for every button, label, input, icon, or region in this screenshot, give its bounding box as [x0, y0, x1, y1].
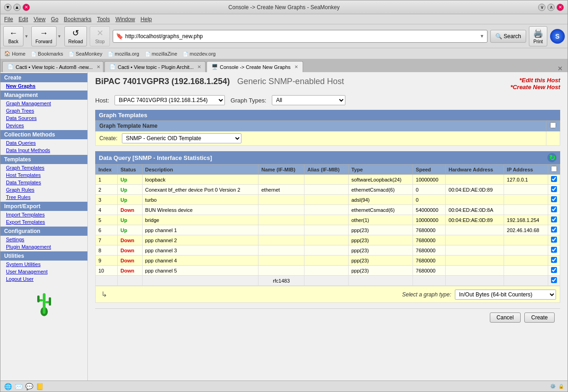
dq-row-checkbox[interactable]: [551, 186, 557, 192]
print-button[interactable]: 🖨️ Print: [529, 26, 547, 46]
menu-window[interactable]: Window: [115, 16, 135, 23]
dq-row: 5 Up bridge other(1) 10000000 00:04:ED:A…: [96, 215, 560, 225]
menu-bookmarks[interactable]: Bookmarks: [64, 16, 92, 23]
edit-host-link[interactable]: *Edit this Host: [511, 77, 560, 84]
sidebar-item-settings[interactable]: Settings: [0, 236, 87, 243]
sidebar-item-graph-templates[interactable]: Graph Templates: [0, 164, 87, 171]
back-button[interactable]: ← Back: [3, 26, 23, 46]
stop-button[interactable]: ✕ Stop: [90, 26, 110, 46]
title-btn-1[interactable]: ∨: [538, 4, 545, 11]
dq-select-all[interactable]: [551, 166, 557, 172]
sidebar-item-host-templates[interactable]: Host Templates: [0, 171, 87, 179]
sidebar-item-graph-rules[interactable]: Graph Rules: [0, 186, 87, 193]
sidebar-section-management: Management: [0, 91, 87, 100]
url-dropdown-button[interactable]: ▼: [480, 34, 484, 39]
menu-go[interactable]: Go: [51, 16, 58, 23]
device-type: Generic SNMP-enabled Host: [237, 77, 344, 86]
dq-cell-type: ethernetCsmacd(6): [348, 205, 413, 215]
sidebar-item-data-sources[interactable]: Data Sources: [0, 114, 87, 122]
sidebar-section-importexport: Import/Export: [0, 202, 87, 211]
sidebar-item-user-management[interactable]: User Management: [0, 268, 87, 275]
dq-row-checkbox[interactable]: [551, 196, 557, 202]
tab-close-2[interactable]: ✕: [294, 64, 298, 69]
sidebar-item-import-templates[interactable]: Import Templates: [0, 211, 87, 218]
sidebar-item-export-templates[interactable]: Export Templates: [0, 218, 87, 226]
bookmark-home[interactable]: Home: [4, 51, 25, 57]
title-btn-2[interactable]: ∧: [547, 4, 555, 11]
dq-cell-status: Up: [117, 195, 142, 205]
sidebar-item-tree-rules[interactable]: Tree Rules: [0, 193, 87, 201]
back-dropdown[interactable]: ▼: [24, 34, 29, 39]
minimize-button[interactable]: ▼: [4, 4, 11, 11]
dq-row-checkbox[interactable]: [551, 227, 557, 233]
menu-help[interactable]: Help: [141, 16, 152, 23]
sidebar-item-data-queries[interactable]: Data Queries: [0, 139, 87, 147]
create-host-link[interactable]: *Create New Host: [511, 84, 560, 91]
dq-cell-index: 7: [96, 235, 118, 245]
graph-types-select[interactable]: All: [272, 95, 345, 105]
sidebar-item-new-graphs[interactable]: New Graphs: [0, 82, 87, 90]
host-select[interactable]: BiPAC 7401VGPR3 (192.168.1.254): [115, 95, 225, 105]
sidebar-item-logout[interactable]: Logout User: [0, 275, 87, 283]
menu-view[interactable]: View: [34, 16, 46, 23]
dq-row-checkbox[interactable]: [551, 216, 557, 222]
gt-col-name: Graph Template Name: [96, 121, 546, 131]
dq-col-status: Status: [117, 165, 142, 175]
sidebar-item-graph-management[interactable]: Graph Management: [0, 100, 87, 107]
dq-row-checkbox[interactable]: [551, 267, 557, 273]
dq-cell-check: [548, 205, 560, 215]
close-all-tabs-button[interactable]: ✕: [555, 65, 566, 72]
dq-row-checkbox[interactable]: [551, 257, 557, 263]
bookmark-mozilla[interactable]: mozilla.org: [108, 51, 139, 57]
reload-button[interactable]: ↺ Reload: [64, 26, 87, 46]
dq-row-checkbox[interactable]: [551, 247, 557, 253]
tab-1[interactable]: 📄 Cacti • View topic - Plugin Archit... …: [104, 61, 206, 72]
sidebar-item-devices[interactable]: Devices: [0, 122, 87, 129]
dq-cell-description: BUN Wireless device: [142, 205, 258, 215]
page-inner: BiPAC 7401VGPR3 (192.168.1.254) Generic …: [88, 72, 568, 331]
page-header: BiPAC 7401VGPR3 (192.168.1.254) Generic …: [95, 77, 560, 91]
sidebar-item-graph-trees[interactable]: Graph Trees: [0, 107, 87, 114]
bookmark-mozdev[interactable]: mozdev.org: [183, 51, 216, 57]
dq-row-checkbox[interactable]: [551, 237, 557, 243]
dq-row-checkbox[interactable]: [551, 176, 557, 182]
sidebar-item-data-templates[interactable]: Data Templates: [0, 179, 87, 186]
forward-dropdown[interactable]: ▼: [57, 34, 62, 39]
dq-cell-index: 10: [96, 266, 118, 276]
refresh-icon[interactable]: ↻: [547, 153, 557, 162]
create-button[interactable]: Create: [524, 312, 555, 323]
restore-button[interactable]: ▲: [13, 4, 21, 11]
close-button[interactable]: ✕: [23, 4, 30, 11]
menu-tools[interactable]: Tools: [97, 16, 110, 23]
cancel-button[interactable]: Cancel: [490, 312, 521, 323]
expand-arrow[interactable]: ↳: [99, 288, 109, 301]
bookmark-mozillazine[interactable]: mozillaZine: [145, 51, 178, 57]
tab-close-0[interactable]: ✕: [97, 64, 100, 69]
rfc-checkbox[interactable]: [551, 277, 557, 283]
menu-edit[interactable]: Edit: [18, 16, 28, 23]
title-close-button[interactable]: ✕: [557, 4, 564, 11]
dq-col-hwaddr: Hardware Address: [446, 165, 504, 175]
dq-cell-check: [548, 195, 560, 205]
dq-cell-hwaddr: [446, 245, 504, 256]
sidebar-item-plugin-management[interactable]: Plugin Management: [0, 243, 87, 250]
search-button[interactable]: 🔍 Search: [490, 30, 526, 43]
status-icon-right-2: 🔒: [558, 384, 564, 389]
sidebar-item-system-utilities[interactable]: System Utilities: [0, 261, 87, 268]
bookmark-bookmarks[interactable]: Bookmarks: [31, 51, 63, 57]
page-scroll[interactable]: BiPAC 7401VGPR3 (192.168.1.254) Generic …: [88, 72, 568, 381]
forward-button[interactable]: → Forward: [31, 26, 57, 46]
graph-type-select[interactable]: In/Out Bytes (64-bit Counters): [455, 290, 556, 300]
bookmark-seamonkey[interactable]: SeaMonkey: [69, 51, 102, 57]
tab-close-1[interactable]: ✕: [197, 64, 201, 69]
tab-0[interactable]: 📄 Cacti • View topic - Autom8 -new... ✕: [2, 61, 103, 72]
tab-2[interactable]: 🖥️ Console -> Create New Graphs ✕: [207, 61, 303, 72]
menu-file[interactable]: File: [4, 16, 13, 23]
url-input[interactable]: [125, 33, 480, 40]
gt-create-select[interactable]: SNMP - Generic OID Template: [122, 133, 241, 143]
gt-select-all[interactable]: [550, 122, 556, 128]
dq-row-checkbox[interactable]: [551, 206, 557, 212]
dq-cell-ip: 192.168.1.254: [504, 215, 548, 225]
sidebar-item-data-input[interactable]: Data Input Methods: [0, 147, 87, 154]
dq-cell-name: [258, 205, 304, 215]
